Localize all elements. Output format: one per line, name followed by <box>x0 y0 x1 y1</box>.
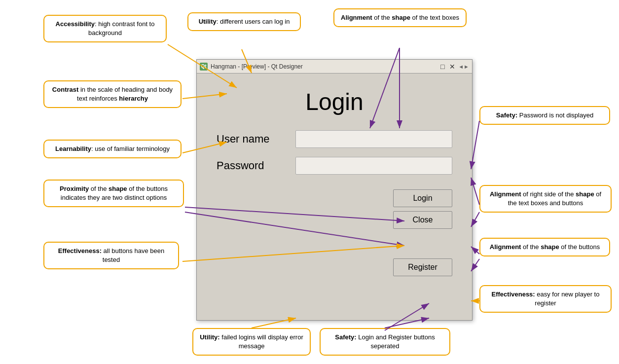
qt-window: Qt Hangman - [Preview] - Qt Designer □ ✕… <box>196 59 473 321</box>
effectiveness-left-text: all buttons have been tested <box>102 247 164 263</box>
username-input[interactable] <box>295 130 452 148</box>
utility-top-text: : different users can log in <box>217 18 290 25</box>
contrast-bold: Contrast <box>52 86 78 93</box>
register-button[interactable]: Register <box>393 258 452 276</box>
login-button[interactable]: Login <box>393 189 452 207</box>
username-row: User name <box>217 130 452 148</box>
safety-bottom-bold: Safety: <box>335 333 356 341</box>
effectiveness-left-annotation: Effectiveness: all buttons have been tes… <box>43 242 179 269</box>
alignment-br-text: of the shape of the buttons <box>521 243 600 251</box>
resize-arrows: ◄► <box>458 64 469 70</box>
utility-bottom-text: failed logins will display error message <box>220 333 303 350</box>
close-button[interactable]: ✕ <box>448 63 456 71</box>
accessibility-bold: Accessibility <box>56 20 95 28</box>
accessibility-text: : high contrast font to background <box>88 20 154 36</box>
effectiveness-right-text: easy for new player to register <box>535 291 599 307</box>
utility-top-bold: Utility <box>199 18 217 25</box>
contrast-annotation: Contrast in the scale of heading and bod… <box>43 80 182 108</box>
effectiveness-right-bold: Effectiveness: <box>492 291 535 298</box>
window-title: Hangman - [Preview] - Qt Designer <box>211 63 438 70</box>
titlebar: Qt Hangman - [Preview] - Qt Designer □ ✕… <box>197 60 472 73</box>
alignment-right-side-annotation: Alignment of right side of the shape of … <box>479 185 612 213</box>
alignment-br-bold: Alignment <box>490 243 521 251</box>
utility-bottom-bold: Utility: <box>200 333 219 341</box>
qt-icon: Qt <box>200 63 208 71</box>
window-content: Login User name Password Login Close Reg… <box>197 73 472 286</box>
close-action-button[interactable]: Close <box>393 211 452 229</box>
effectiveness-left-bold: Effectiveness: <box>58 247 102 255</box>
proximity-annotation: Proximity of the shape of the buttons in… <box>43 180 184 207</box>
password-row: Password <box>217 157 452 175</box>
safety-bottom-annotation: Safety: Login and Register buttons seper… <box>320 328 450 356</box>
learnability-bold: Learnability <box>55 145 91 152</box>
safety-bottom-text: Login and Register buttons seperated <box>357 333 435 350</box>
proximity-bold: Proximity <box>60 185 89 192</box>
safety-rt-text: Password is not displayed <box>517 111 593 119</box>
login-heading: Login <box>217 88 452 115</box>
contrast-text: in the scale of heading and body text re… <box>77 86 173 102</box>
learnability-annotation: Learnability: use of familiar terminolog… <box>43 140 182 158</box>
minimize-button[interactable]: □ <box>438 63 446 71</box>
password-input[interactable] <box>295 157 452 175</box>
username-label: User name <box>217 133 295 146</box>
utility-bottom-annotation: Utility: failed logins will display erro… <box>192 328 311 356</box>
login-close-buttons: Login Close <box>217 189 452 229</box>
password-label: Password <box>217 159 295 172</box>
alignment-rs-text: of right side of the shape of the text b… <box>508 190 601 207</box>
utility-top-annotation: Utility: different users can log in <box>187 12 301 31</box>
alignment-buttons-right-annotation: Alignment of the shape of the buttons <box>479 238 610 256</box>
alignment-tb-text: of the shape of the text boxes <box>372 14 459 21</box>
safety-right-top-annotation: Safety: Password is not displayed <box>479 106 610 125</box>
register-row: Register <box>217 258 452 276</box>
alignment-tb-bold: Alignment <box>341 14 372 21</box>
alignment-textboxes-annotation: Alignment of the shape of the text boxes <box>333 8 467 27</box>
learnability-text: : use of familiar terminology <box>91 145 170 152</box>
accessibility-annotation: Accessibility: high contrast font to bac… <box>43 15 167 42</box>
alignment-rs-bold: Alignment <box>490 190 521 198</box>
safety-rt-bold: Safety: <box>496 111 517 119</box>
window-controls: □ ✕ ◄► <box>438 63 469 71</box>
effectiveness-right-annotation: Effectiveness: easy for new player to re… <box>479 285 612 313</box>
